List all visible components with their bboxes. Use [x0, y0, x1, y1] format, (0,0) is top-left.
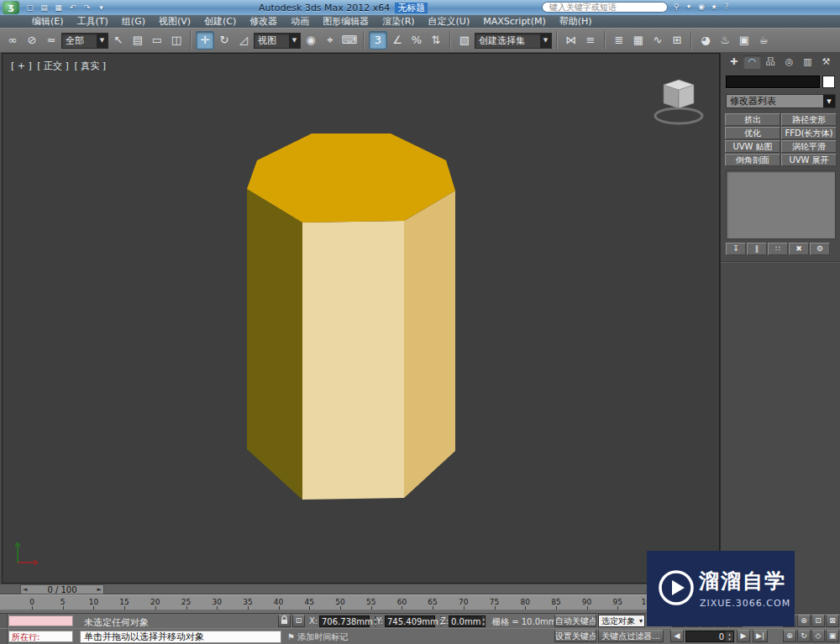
- search-input[interactable]: [542, 2, 668, 13]
- set-key-button[interactable]: 设置关键点: [554, 630, 596, 642]
- object-color-swatch[interactable]: [822, 76, 835, 88]
- rectangular-selection-region[interactable]: ▭: [148, 31, 166, 50]
- status-panel-grip[interactable]: [0, 614, 8, 628]
- prism-front-face[interactable]: [302, 221, 404, 500]
- chevron-down-icon[interactable]: ▼: [289, 34, 300, 48]
- application-menu-button[interactable]: ʒ: [3, 1, 19, 14]
- search-icon[interactable]: ⚲: [670, 2, 682, 13]
- pin-stack[interactable]: ↧: [726, 243, 746, 255]
- menu-item-2[interactable]: 工具(T): [71, 15, 115, 28]
- schematic-view[interactable]: ⊞: [668, 31, 686, 50]
- auto-key-button[interactable]: 自动关键点: [554, 615, 596, 627]
- menu-item-3[interactable]: 组(G): [115, 15, 152, 28]
- selection-filter-dropdown[interactable]: 全部▼: [61, 33, 108, 49]
- redo-icon[interactable]: ↷: [81, 2, 93, 13]
- tab-utilities[interactable]: ⚒: [817, 55, 835, 69]
- prism-right-face[interactable]: [404, 191, 455, 498]
- x-coordinate-field[interactable]: 706.738mm▴▾: [319, 615, 370, 627]
- zoom-extents-all[interactable]: ⊡: [811, 615, 825, 627]
- orbit-view[interactable]: ↻: [797, 630, 811, 642]
- key-selection-dropdown[interactable]: 选定对象▾: [598, 615, 645, 627]
- select-and-rotate[interactable]: ↻: [215, 31, 234, 50]
- favorites-icon[interactable]: ★: [708, 2, 720, 13]
- toolbar-customize-arrow-icon[interactable]: ▾: [95, 2, 108, 13]
- previous-frame-button[interactable]: ◀: [670, 630, 684, 642]
- communication-center-icon[interactable]: ◉: [696, 2, 707, 13]
- modifier-button-6[interactable]: 涡轮平滑: [781, 140, 837, 153]
- graphite-ribbon-toggle[interactable]: ▦: [629, 31, 648, 50]
- bind-to-space-warp[interactable]: ≈: [42, 31, 60, 50]
- select-and-manipulate[interactable]: ⌖: [321, 31, 339, 50]
- modifier-button-3[interactable]: 优化: [725, 127, 780, 139]
- modifier-button-2[interactable]: 路径变形: [781, 113, 837, 126]
- modifier-stack[interactable]: [726, 170, 836, 239]
- modifier-button-4[interactable]: FFD(长方体): [781, 127, 837, 139]
- chevron-down-icon[interactable]: ▼: [540, 34, 551, 48]
- add-time-tag[interactable]: ⚑ 添加时间标记: [287, 631, 348, 643]
- remove-modifier[interactable]: ✖: [789, 243, 809, 255]
- render-setup[interactable]: ♨: [716, 31, 734, 50]
- slider-prev-arrow-icon[interactable]: ◄: [23, 586, 27, 593]
- time-ruler[interactable]: 0510152025303540455055606570758085909510…: [0, 594, 720, 613]
- percent-snap-toggle[interactable]: %: [407, 31, 426, 50]
- zoom-region[interactable]: ⊠: [826, 615, 839, 627]
- render-production[interactable]: ☕: [754, 31, 773, 50]
- keyboard-shortcut-override-toggle[interactable]: ⌨: [340, 31, 359, 50]
- maximize-viewport-toggle[interactable]: ▣: [826, 630, 839, 642]
- menu-item-12[interactable]: 帮助(H): [553, 15, 599, 28]
- curve-editor[interactable]: ∿: [648, 31, 667, 50]
- menu-item-7[interactable]: 动画: [284, 15, 316, 28]
- zoom-all[interactable]: ⊛: [797, 615, 811, 627]
- modifier-list-dropdown[interactable]: 修改器列表 ▼: [726, 94, 836, 108]
- unlink-selection[interactable]: ⊘: [23, 31, 41, 50]
- mirror[interactable]: ⋈: [562, 31, 580, 50]
- status-panel-grip[interactable]: [0, 629, 8, 644]
- new-scene-icon[interactable]: ▢: [24, 2, 36, 13]
- z-coordinate-field[interactable]: 0.0mm▴▾: [449, 615, 486, 627]
- rendered-frame-window[interactable]: ▣: [735, 31, 753, 50]
- undo-icon[interactable]: ↶: [66, 2, 79, 13]
- viewport-canvas[interactable]: [3, 54, 721, 584]
- angle-snap-toggle[interactable]: ∠: [388, 31, 407, 50]
- use-pivot-point-center[interactable]: ◉: [302, 31, 320, 50]
- menu-item-11[interactable]: MAXScript(M): [476, 15, 553, 28]
- snaps-toggle-3d[interactable]: 3: [369, 31, 387, 50]
- time-slider-track[interactable]: ◄ 0 / 100 ►: [0, 584, 720, 594]
- time-slider-handle[interactable]: ◄ 0 / 100 ►: [20, 584, 104, 594]
- show-end-result[interactable]: ‖: [747, 243, 767, 255]
- select-by-name[interactable]: ▤: [129, 31, 147, 50]
- view-cube[interactable]: [654, 75, 707, 127]
- spinner-arrows-icon[interactable]: ▴▾: [726, 631, 733, 641]
- menu-item-6[interactable]: 修改器: [243, 15, 284, 28]
- absolute-offset-toggle[interactable]: ⊡: [292, 615, 305, 627]
- viewport-general-menu[interactable]: [ + ]: [11, 60, 32, 71]
- key-filters-button[interactable]: 关键点过滤器...: [598, 630, 664, 642]
- modifier-button-7[interactable]: 倒角剖面: [725, 154, 780, 166]
- maxscript-mini-listener[interactable]: 所在行:: [8, 631, 73, 642]
- spinner-arrows-icon[interactable]: ▴▾: [482, 616, 485, 626]
- tab-display[interactable]: ▥: [799, 55, 816, 69]
- menu-item-5[interactable]: 创建(C): [197, 15, 243, 28]
- spinner-snap-toggle[interactable]: ⇅: [427, 31, 445, 50]
- tab-motion[interactable]: ◎: [780, 55, 798, 69]
- configure-modifier-sets[interactable]: ⚙: [810, 243, 830, 255]
- select-object[interactable]: ↖: [109, 31, 128, 50]
- window-crossing-toggle[interactable]: ◫: [167, 31, 186, 50]
- menu-item-9[interactable]: 渲染(R): [375, 15, 421, 28]
- reference-coordinate-dropdown[interactable]: 视图▼: [254, 33, 301, 49]
- material-editor[interactable]: ◕: [696, 31, 715, 50]
- prism-left-face[interactable]: [247, 189, 302, 500]
- viewport-pov-menu[interactable]: [ 正交 ]: [37, 60, 69, 71]
- current-frame-field[interactable]: 0▴▾: [685, 631, 734, 642]
- help-icon[interactable]: ?: [721, 2, 732, 13]
- viewport-shading-menu[interactable]: [ 真实 ]: [74, 60, 106, 71]
- tab-hierarchy[interactable]: 品: [762, 55, 780, 69]
- tab-create[interactable]: ✚: [725, 55, 743, 69]
- subscription-center-icon[interactable]: ✦: [683, 2, 695, 13]
- save-file-icon[interactable]: ▦: [52, 2, 65, 13]
- menu-item-1[interactable]: 编辑(E): [25, 15, 71, 28]
- viewport[interactable]: [ + ] [ 正交 ] [ 真实 ]: [2, 53, 720, 584]
- align[interactable]: ≡: [581, 31, 600, 50]
- edit-named-selection-sets[interactable]: ▧: [455, 31, 474, 50]
- next-frame-button[interactable]: ▶: [737, 630, 750, 642]
